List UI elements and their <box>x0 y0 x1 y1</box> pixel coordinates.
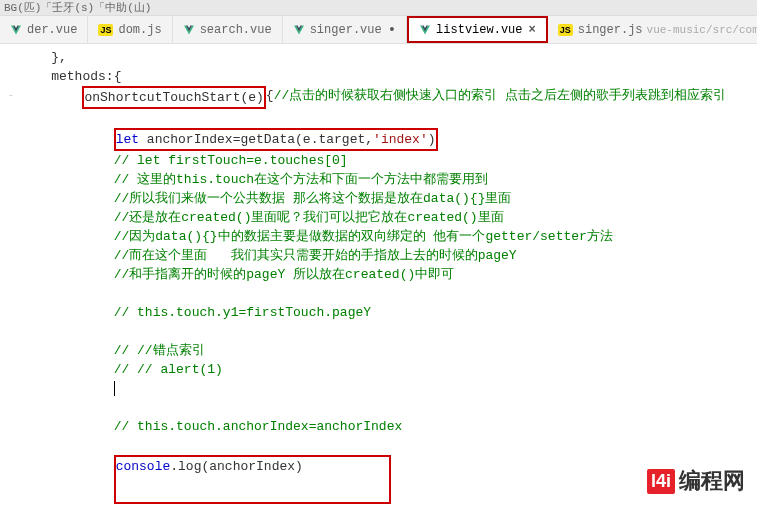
code-text: }, <box>51 50 67 65</box>
comment: //所以我们来做一个公共数据 那么将这个数据是放在data(){}里面 <box>114 191 512 206</box>
tab-label: search.vue <box>200 23 272 37</box>
watermark: l4i 编程网 <box>647 466 745 496</box>
tab-singer-js[interactable]: JS singer.js vue-music/src/common/j <box>548 16 757 43</box>
js-icon: JS <box>558 24 573 36</box>
tab-der[interactable]: der.vue <box>0 16 88 43</box>
vue-icon <box>419 24 431 36</box>
comment: //因为data(){}中的数据主要是做数据的双向绑定的 他有一个getter/… <box>114 229 613 244</box>
menu-bar: BG(匹)「壬牙(s)「中助(山) <box>0 0 757 16</box>
text-cursor <box>114 381 115 396</box>
function-name: onShortcutTouchStart(e) <box>84 90 263 105</box>
tab-search[interactable]: search.vue <box>173 16 283 43</box>
tab-label: singer.vue <box>310 23 382 37</box>
tab-label: dom.js <box>118 23 161 37</box>
comment: // let firstTouch=e.touches[0] <box>114 153 348 168</box>
comment: // //错点索引 <box>114 343 205 358</box>
comment: // // alert(1) <box>114 362 223 377</box>
tab-listview[interactable]: listview.vue × <box>407 16 548 43</box>
highlight-box: console.log(anchorIndex) <box>114 455 391 504</box>
comment: // this.touch.anchorIndex=anchorIndex <box>114 419 403 434</box>
vue-icon <box>10 24 22 36</box>
highlight-box: let anchorIndex=getData(e.target,'index'… <box>114 128 438 151</box>
watermark-logo: l4i <box>647 469 675 494</box>
comment: // this.touch.y1=firstTouch.pageY <box>114 305 371 320</box>
tab-bar: der.vue JS dom.js search.vue singer.vue … <box>0 16 757 44</box>
comment: //点击的时候获取右侧快速入口的索引 点击之后左侧的歌手列表跳到相应索引 <box>274 88 726 103</box>
comment: // 这里的this.touch在这个方法和下面一个方法中都需要用到 <box>114 172 488 187</box>
code-text: console <box>116 459 171 474</box>
comment: //和手指离开的时候的pageY 所以放在created()中即可 <box>114 267 455 282</box>
keyword: let <box>116 132 139 147</box>
code-text: methods:{ <box>51 69 121 84</box>
watermark-text: 编程网 <box>679 466 745 496</box>
tab-label: singer.js <box>578 23 643 37</box>
string: 'index' <box>373 132 428 147</box>
tab-dom[interactable]: JS dom.js <box>88 16 172 43</box>
code-editor[interactable]: }, methods:{ - onShortcutTouchStart(e){/… <box>0 44 757 506</box>
dirty-dot-icon: • <box>388 22 396 38</box>
code-text: anchorIndex=getData(e.target, <box>139 132 373 147</box>
comment: //而在这个里面 我们其实只需要开始的手指放上去的时候的pageY <box>114 248 517 263</box>
code-text: ) <box>428 132 436 147</box>
tab-label: der.vue <box>27 23 77 37</box>
vue-icon <box>293 24 305 36</box>
vue-icon <box>183 24 195 36</box>
tab-singer-vue[interactable]: singer.vue • <box>283 16 407 43</box>
code-text: { <box>266 88 274 103</box>
js-icon: JS <box>98 24 113 36</box>
close-icon[interactable]: × <box>529 23 536 37</box>
tab-label: listview.vue <box>436 23 522 37</box>
tab-path: vue-music/src/common/j <box>647 24 757 36</box>
highlight-box: onShortcutTouchStart(e) <box>82 86 265 109</box>
code-text: .log(anchorIndex) <box>170 459 303 474</box>
comment: //还是放在created()里面呢？我们可以把它放在created()里面 <box>114 210 504 225</box>
